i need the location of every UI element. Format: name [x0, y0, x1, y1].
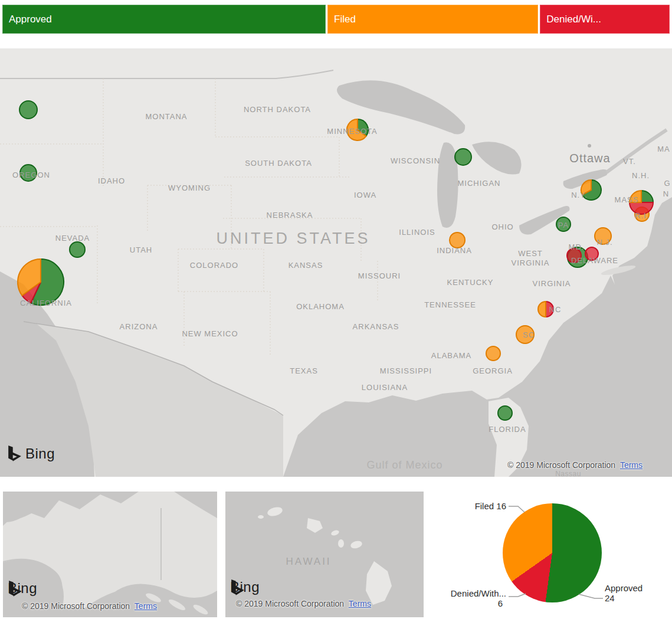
map-bubble[interactable]: [20, 165, 37, 181]
hawaii-attribution: © 2019 Microsoft Corporation Terms: [236, 599, 371, 608]
legend-segment-denied[interactable]: Denied/Wi...: [540, 5, 670, 34]
bing-logo[interactable]: Bing: [7, 445, 55, 463]
map-bubble[interactable]: [585, 247, 598, 260]
map-bubble[interactable]: [595, 228, 611, 244]
pie-label-denied-text: Denied/With...: [430, 588, 506, 598]
pie-label-approved-value: 24: [605, 593, 670, 603]
hawaii-label: HAWAII: [286, 556, 331, 568]
pie-label-denied: Denied/With... 6: [430, 588, 506, 608]
bing-logo[interactable]: Bing: [230, 579, 260, 595]
copyright-text: © 2019 Microsoft Corporation: [236, 599, 344, 608]
pie-label-approved-text: Approved: [605, 583, 670, 593]
alaska-inset-map[interactable]: Bing © 2019 Microsoft Corporation Terms: [3, 492, 217, 617]
hawaii-inset-map[interactable]: HAWAII Bing © 2019 Microsoft Corporation…: [225, 492, 424, 617]
copyright-text: © 2019 Microsoft Corporation: [22, 601, 130, 611]
copyright-text: © 2019 Microsoft Corporation: [507, 460, 615, 470]
map-bubble[interactable]: [567, 248, 581, 263]
bing-wordmark: Bing: [25, 446, 55, 462]
map-bubble[interactable]: [70, 242, 85, 257]
bing-icon: [7, 445, 22, 463]
report-canvas: ApprovedFiledDenied/Wi...: [0, 0, 672, 619]
legend-segment-filed[interactable]: Filed: [327, 5, 538, 34]
map-bubble[interactable]: [556, 217, 571, 231]
map-bubble[interactable]: [486, 346, 500, 361]
map-bubble[interactable]: [538, 302, 553, 317]
bing-icon: [8, 580, 23, 598]
terms-link[interactable]: Terms: [349, 599, 371, 608]
status-legend-bar: ApprovedFiledDenied/Wi...: [2, 5, 670, 34]
alaska-attribution: © 2019 Microsoft Corporation Terms: [22, 601, 157, 611]
legend-segment-label: Denied/Wi...: [540, 14, 601, 25]
map-bubble[interactable]: [516, 326, 534, 343]
map-bubble[interactable]: [581, 180, 601, 200]
map-bubble[interactable]: [455, 149, 471, 165]
map-bubble[interactable]: [450, 232, 465, 248]
pie-label-denied-value: 6: [430, 598, 506, 608]
map-bubble[interactable]: [347, 119, 368, 140]
bing-logo[interactable]: Bing: [8, 580, 37, 597]
pie-label-filed-text: Filed 16: [475, 501, 506, 511]
alaska-geography: [3, 492, 217, 617]
map-bubble[interactable]: [18, 259, 64, 305]
map-bubble-layer: [0, 48, 672, 477]
terms-link[interactable]: Terms: [135, 601, 157, 611]
terms-link[interactable]: Terms: [620, 460, 643, 470]
legend-segment-approved[interactable]: Approved: [2, 5, 326, 34]
bing-icon: [230, 579, 245, 597]
map-attribution: © 2019 Microsoft Corporation Terms: [507, 460, 643, 470]
map-bubble[interactable]: [630, 191, 653, 214]
pie-label-filed: Filed 16: [430, 501, 506, 511]
status-pie-chart: Filed 16 Denied/With... 6 Approved 24: [425, 487, 672, 619]
map-bubble[interactable]: [498, 406, 512, 420]
legend-segment-label: Filed: [327, 14, 356, 25]
us-map[interactable]: MONTANANORTH DAKOTAMINNESOTASOUTH DAKOTA…: [0, 48, 672, 477]
pie-label-approved: Approved 24: [605, 583, 670, 603]
map-bubble[interactable]: [19, 101, 37, 119]
legend-segment-label: Approved: [2, 14, 52, 25]
